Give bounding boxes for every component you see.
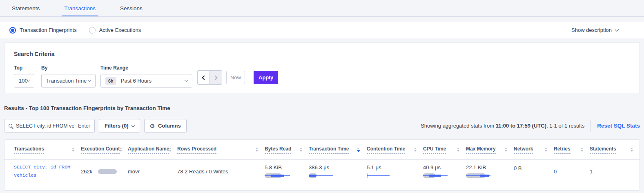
filters-button[interactable]: Filters (0) <box>99 119 140 132</box>
top-select[interactable]: 100 <box>14 74 34 88</box>
sort-icon[interactable] <box>457 148 459 152</box>
column-label[interactable]: Transaction Time <box>309 146 349 154</box>
reset-sql-stats-link[interactable]: Reset SQL Stats <box>597 123 640 129</box>
network-cell: 0 B <box>514 165 554 171</box>
tab-transactions[interactable]: Transactions <box>62 0 98 16</box>
sort-icon[interactable] <box>256 148 258 152</box>
transaction-fingerprint-link[interactable]: SELECT city, id FROM vehicles <box>14 163 76 179</box>
column-header-transaction-time: Transaction Time <box>309 146 367 154</box>
time-range-select[interactable]: 6h Past 6 Hours <box>100 74 192 88</box>
sort-icon[interactable] <box>545 148 547 152</box>
transaction-time-cell: 386.3 µs <box>309 164 367 178</box>
sort-icon[interactable] <box>505 148 507 152</box>
bytes-read-cell: 5.8 KiB <box>265 164 309 178</box>
stats-suffix: , 1-1 of 1 results <box>546 123 584 129</box>
sort-icon[interactable] <box>357 148 360 152</box>
by-field: By Transaction Time <box>41 65 96 88</box>
results-controls-row: Enter Filters (0) ⚙ Columns Showing aggr… <box>4 119 640 132</box>
now-button[interactable]: Now <box>226 71 245 84</box>
bytes-read-value: 5.8 KiB <box>265 164 309 171</box>
previous-time-button[interactable] <box>197 70 210 85</box>
stats-range: 11:00 to 17:59 (UTC) <box>496 123 546 129</box>
table-header-row: Transactions Execution Count Application… <box>4 140 640 160</box>
max-memory-cell: 22.1 KiB <box>466 164 514 178</box>
bytes-read-bar <box>265 173 292 178</box>
top-tab-bar: Statements Transactions Sessions <box>0 0 644 17</box>
column-header-bytes-read: Bytes Read <box>265 146 309 154</box>
stats-prefix: Showing aggregated stats from <box>421 123 496 129</box>
by-select-value: Transaction Time <box>46 78 87 84</box>
column-header-execution-count: Execution Count <box>81 146 128 154</box>
gear-icon: ⚙ <box>150 123 155 129</box>
statements-cell: 1 <box>590 168 640 175</box>
column-header-transactions: Transactions <box>14 146 81 154</box>
tab-sessions[interactable]: Sessions <box>118 0 145 16</box>
search-criteria-card: Search Criteria Top 100 By Transaction T… <box>4 42 640 93</box>
cpu-time-cell: 40.9 µs <box>423 164 466 178</box>
show-description-toggle[interactable]: Show description <box>571 27 618 33</box>
column-label[interactable]: Application Name <box>128 146 169 154</box>
time-range-field-label: Time Range <box>100 65 192 71</box>
column-label[interactable]: Rows Processed <box>177 146 216 154</box>
chevron-down-icon <box>615 27 619 31</box>
radio-label: Active Executions <box>99 27 141 33</box>
contention-time-bar <box>367 173 394 178</box>
column-label[interactable]: Statements <box>590 146 616 154</box>
column-header-cpu-time: CPU Time <box>423 146 466 154</box>
search-input[interactable] <box>16 123 74 129</box>
next-time-button[interactable] <box>209 70 222 85</box>
sort-icon[interactable] <box>169 148 172 152</box>
columns-button[interactable]: ⚙ Columns <box>144 119 187 132</box>
view-toggle-bar: Transaction Fingerprints Active Executio… <box>0 22 644 38</box>
sort-icon[interactable] <box>581 148 583 152</box>
stats-text: Showing aggregated stats from 11:00 to 1… <box>421 123 584 129</box>
sort-icon[interactable] <box>631 148 633 152</box>
max-memory-value: 22.1 KiB <box>466 164 514 171</box>
enter-hint: Enter <box>78 123 90 129</box>
time-nav-buttons <box>197 70 222 85</box>
column-label[interactable]: CPU Time <box>423 146 446 154</box>
chevron-down-icon <box>88 79 91 82</box>
results-heading: Results - Top 100 Transaction Fingerprin… <box>4 105 170 111</box>
chevron-down-icon <box>131 123 134 127</box>
search-box[interactable]: Enter <box>4 119 95 132</box>
column-header-retries: Retries <box>554 146 590 154</box>
tab-statements-label: Statements <box>12 5 40 11</box>
column-label[interactable]: Max Memory <box>466 146 496 154</box>
transactions-page: Statements Transactions Sessions Transac… <box>0 0 644 193</box>
time-range-badge: 6h <box>105 77 116 85</box>
transaction-time-value: 386.3 µs <box>309 164 367 171</box>
column-label[interactable]: Transactions <box>14 146 44 154</box>
column-header-contention-time: Contention Time <box>367 146 423 154</box>
radio-option-transaction-fingerprints[interactable]: Transaction Fingerprints <box>9 27 77 34</box>
sort-icon[interactable] <box>72 148 74 152</box>
chevron-left-icon <box>202 75 206 80</box>
column-label[interactable]: Contention Time <box>367 146 405 154</box>
radio-option-active-executions[interactable]: Active Executions <box>89 27 141 34</box>
radio-icon[interactable] <box>9 27 16 34</box>
column-header-statements: Statements <box>590 146 640 154</box>
column-header-max-memory: Max Memory <box>466 146 514 154</box>
column-label[interactable]: Network <box>514 146 533 154</box>
column-header-network: Network <box>514 146 554 154</box>
execution-count-value: 262k <box>81 168 92 175</box>
time-range-field: Time Range 6h Past 6 Hours <box>100 65 192 88</box>
tab-statements[interactable]: Statements <box>9 0 42 16</box>
apply-button[interactable]: Apply <box>254 71 278 84</box>
column-label[interactable]: Execution Count <box>81 146 120 154</box>
transaction-time-bar <box>309 173 336 178</box>
by-select[interactable]: Transaction Time <box>41 74 96 88</box>
aggregated-stats-area: Showing aggregated stats from 11:00 to 1… <box>421 120 640 132</box>
columns-button-label: Columns <box>158 123 181 129</box>
sort-icon[interactable] <box>414 148 417 152</box>
tab-sessions-label: Sessions <box>120 5 143 11</box>
table-row: SELECT city, id FROM vehicles 262k movr … <box>4 160 640 183</box>
column-label[interactable]: Bytes Read <box>265 146 291 154</box>
sort-icon[interactable] <box>120 148 122 152</box>
sort-icon[interactable] <box>300 148 302 152</box>
filters-button-label: Filters (0) <box>105 123 129 129</box>
column-label[interactable]: Retries <box>554 146 570 154</box>
radio-icon[interactable] <box>89 27 96 34</box>
top-select-value: 100 <box>19 78 28 84</box>
rows-processed-cell: 78.2 Reads / 0 Writes <box>177 168 265 175</box>
